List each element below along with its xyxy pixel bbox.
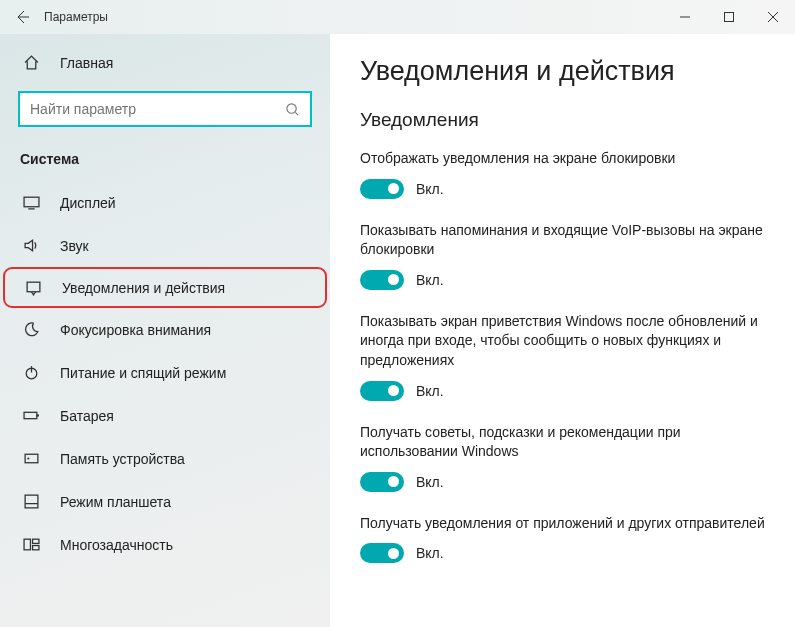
- search-input[interactable]: [18, 91, 312, 127]
- toggle-state: Вкл.: [416, 383, 444, 399]
- section-heading: Уведомления: [360, 109, 765, 131]
- toggle-switch[interactable]: [360, 472, 404, 492]
- sidebar-item-battery[interactable]: Батарея: [0, 394, 330, 437]
- nav-label: Режим планшета: [60, 494, 171, 510]
- sidebar-item-tablet[interactable]: Режим планшета: [0, 480, 330, 523]
- section-title: Система: [0, 145, 330, 181]
- sidebar-item-notifications[interactable]: Уведомления и действия: [3, 267, 327, 308]
- multitask-icon: [20, 536, 42, 553]
- nav-label: Уведомления и действия: [62, 280, 225, 296]
- toggle-switch[interactable]: [360, 381, 404, 401]
- sound-icon: [20, 237, 42, 254]
- page-title: Уведомления и действия: [360, 56, 765, 87]
- toggle-state: Вкл.: [416, 545, 444, 561]
- toggle-state: Вкл.: [416, 181, 444, 197]
- setting-lockscreen-notifications: Отображать уведомления на экране блокиро…: [360, 149, 765, 199]
- toggle-switch[interactable]: [360, 179, 404, 199]
- setting-label: Отображать уведомления на экране блокиро…: [360, 149, 765, 169]
- setting-tips: Получать советы, подсказки и рекомендаци…: [360, 423, 765, 492]
- sidebar-item-sound[interactable]: Звук: [0, 224, 330, 267]
- home-icon: [20, 54, 42, 71]
- sidebar-item-multitask[interactable]: Многозадачность: [0, 523, 330, 566]
- svg-rect-9: [27, 282, 40, 292]
- setting-voip-reminders: Показывать напоминания и входящие VoIP-в…: [360, 221, 765, 290]
- close-button[interactable]: [751, 0, 795, 34]
- nav-label: Звук: [60, 238, 89, 254]
- toggle-switch[interactable]: [360, 543, 404, 563]
- toggle-switch[interactable]: [360, 270, 404, 290]
- nav-label: Память устройства: [60, 451, 185, 467]
- svg-line-6: [295, 112, 298, 115]
- svg-rect-14: [25, 454, 38, 463]
- sidebar-item-storage[interactable]: Память устройства: [0, 437, 330, 480]
- sidebar-item-power[interactable]: Питание и спящий режим: [0, 351, 330, 394]
- svg-rect-16: [25, 495, 38, 508]
- svg-point-5: [287, 103, 296, 112]
- nav-label: Батарея: [60, 408, 114, 424]
- svg-point-15: [27, 457, 29, 459]
- power-icon: [20, 364, 42, 381]
- svg-rect-12: [24, 412, 37, 418]
- svg-rect-2: [725, 13, 734, 22]
- notification-icon: [22, 279, 44, 296]
- setting-app-notifications: Получать уведомления от приложений и дру…: [360, 514, 765, 564]
- svg-rect-7: [24, 197, 39, 207]
- nav-label: Фокусировка внимания: [60, 322, 211, 338]
- toggle-state: Вкл.: [416, 474, 444, 490]
- back-button[interactable]: [0, 9, 44, 25]
- titlebar: Параметры: [0, 0, 795, 34]
- window-title: Параметры: [44, 10, 663, 24]
- nav-label: Питание и спящий режим: [60, 365, 226, 381]
- display-icon: [20, 194, 42, 211]
- minimize-button[interactable]: [663, 0, 707, 34]
- setting-welcome-experience: Показывать экран приветствия Windows пос…: [360, 312, 765, 401]
- content-pane: Уведомления и действия Уведомления Отобр…: [330, 34, 795, 627]
- sidebar-item-focus[interactable]: Фокусировка внимания: [0, 308, 330, 351]
- svg-rect-18: [24, 539, 30, 550]
- search-field[interactable]: [30, 101, 285, 117]
- nav-label: Дисплей: [60, 195, 116, 211]
- search-icon: [285, 102, 300, 117]
- setting-label: Получать уведомления от приложений и дру…: [360, 514, 765, 534]
- home-nav[interactable]: Главная: [0, 44, 330, 81]
- storage-icon: [20, 450, 42, 467]
- svg-rect-19: [32, 539, 38, 543]
- svg-rect-20: [32, 546, 38, 550]
- battery-icon: [20, 407, 42, 424]
- sidebar: Главная Система Дисплей Звук Уведомления…: [0, 34, 330, 627]
- setting-label: Получать советы, подсказки и рекомендаци…: [360, 423, 765, 462]
- tablet-icon: [20, 493, 42, 510]
- setting-label: Показывать напоминания и входящие VoIP-в…: [360, 221, 765, 260]
- svg-rect-13: [36, 414, 38, 416]
- sidebar-item-display[interactable]: Дисплей: [0, 181, 330, 224]
- setting-label: Показывать экран приветствия Windows пос…: [360, 312, 765, 371]
- nav-label: Многозадачность: [60, 537, 173, 553]
- maximize-button[interactable]: [707, 0, 751, 34]
- home-label: Главная: [60, 55, 113, 71]
- moon-icon: [20, 321, 42, 338]
- toggle-state: Вкл.: [416, 272, 444, 288]
